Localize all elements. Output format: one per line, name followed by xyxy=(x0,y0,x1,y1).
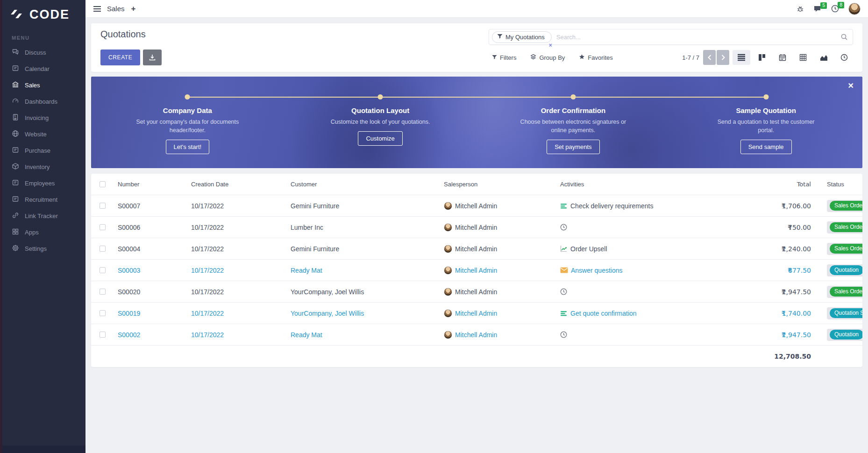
creation-date: 10/17/2022 xyxy=(187,202,286,210)
sidebar-item-label: Settings xyxy=(25,245,47,252)
customer-name: YourCompany, Joel Willis xyxy=(286,288,440,296)
pager-range: 1-7 / 7 xyxy=(682,54,699,61)
total-amount: ₹2,947.50 xyxy=(732,288,813,296)
activity-cell[interactable]: Check delivery requirements xyxy=(556,202,732,210)
customize-button[interactable]: Customize xyxy=(358,131,402,146)
group-by-button[interactable]: Group By xyxy=(530,54,565,61)
activity-label: Order Upsell xyxy=(570,245,607,253)
salesperson-name: Mitchell Admin xyxy=(455,245,497,253)
lets-start-button[interactable]: Let's start! xyxy=(166,140,210,154)
sidebar-item-sales[interactable]: Sales xyxy=(2,77,85,93)
activities-clock-icon[interactable]: 8 xyxy=(831,5,839,13)
activity-cell[interactable]: Get quote confirmation xyxy=(556,310,732,317)
employees-icon xyxy=(12,179,19,188)
graph-view-button[interactable] xyxy=(815,50,832,65)
row-checkbox[interactable] xyxy=(100,267,106,273)
table-row[interactable]: S00007 10/17/2022 Gemini Furniture Mitch… xyxy=(91,195,862,217)
list-view-button[interactable] xyxy=(733,50,750,65)
activity-cell[interactable]: Answer questions xyxy=(556,267,732,274)
messages-icon[interactable]: 5 xyxy=(813,5,822,13)
facet-remove-icon[interactable]: × xyxy=(549,42,552,49)
column-header-status[interactable]: Status xyxy=(813,181,862,188)
row-checkbox[interactable] xyxy=(100,224,106,230)
filters-button[interactable]: Filters xyxy=(492,54,516,61)
activity-view-button[interactable] xyxy=(835,50,853,65)
table-row[interactable]: S00006 10/17/2022 Lumber Inc Mitchell Ad… xyxy=(91,217,862,238)
sidebar-item-recruitment[interactable]: Recruitment xyxy=(2,191,85,208)
sidebar-item-inventory[interactable]: Inventory xyxy=(2,159,85,175)
user-avatar[interactable] xyxy=(848,3,861,15)
sidebar-item-link-tracker[interactable]: Link Tracker xyxy=(2,208,85,224)
activity-envelope-icon xyxy=(560,267,568,273)
column-header-number[interactable]: Number xyxy=(114,181,187,188)
activity-label: Answer questions xyxy=(571,267,623,274)
filters-funnel-icon xyxy=(492,54,497,61)
step-title: Quotation Layout xyxy=(351,106,409,114)
sidebar-item-purchase[interactable]: Purchase xyxy=(2,142,85,159)
sidebar-item-label: Invoicing xyxy=(25,114,49,121)
table-row[interactable]: S00003 10/17/2022 Ready Mat Mitchell Adm… xyxy=(91,260,862,281)
pager-next-button[interactable] xyxy=(717,50,729,65)
sidebar-item-website[interactable]: Website xyxy=(2,126,85,142)
row-checkbox[interactable] xyxy=(100,203,106,209)
hamburger-menu-icon[interactable] xyxy=(93,6,101,12)
row-checkbox[interactable] xyxy=(100,310,106,316)
column-header-creation-date[interactable]: Creation Date xyxy=(187,181,286,188)
onboarding-step-order-confirmation: Order Confirmation Choose between electr… xyxy=(477,77,670,168)
table-row[interactable]: S00002 10/17/2022 Ready Mat Mitchell Adm… xyxy=(91,324,862,346)
search-input[interactable]: Search... xyxy=(556,34,837,41)
column-header-total[interactable]: Total xyxy=(732,181,813,188)
column-header-customer[interactable]: Customer xyxy=(286,181,440,188)
send-sample-button[interactable]: Send sample xyxy=(740,140,792,154)
calendar-view-button[interactable] xyxy=(774,50,791,65)
new-tab-button[interactable]: + xyxy=(131,4,136,14)
quotation-number: S00020 xyxy=(114,288,187,296)
row-checkbox[interactable] xyxy=(100,289,106,295)
sidebar-item-dashboards[interactable]: Dashboards xyxy=(2,93,85,110)
set-payments-button[interactable]: Set payments xyxy=(547,140,600,154)
search-facet[interactable]: My Quotations × xyxy=(492,31,552,43)
table-row[interactable]: S00004 10/17/2022 Gemini Furniture Mitch… xyxy=(91,238,862,260)
step-dot xyxy=(570,94,576,99)
step-description: Set your company's data for documents he… xyxy=(133,118,242,134)
sidebar-item-discuss[interactable]: Discuss xyxy=(2,44,85,61)
quotation-number: S00004 xyxy=(114,245,187,253)
export-download-button[interactable] xyxy=(143,50,162,65)
create-button[interactable]: CREATE xyxy=(100,50,140,65)
sidebar-item-calendar[interactable]: Calendar xyxy=(2,61,85,77)
kanban-view-button[interactable] xyxy=(753,50,771,65)
sidebar-item-label: Inventory xyxy=(25,163,50,170)
step-description: Send a quotation to test the customer po… xyxy=(711,118,821,134)
app-name[interactable]: Sales xyxy=(107,5,125,13)
pager-previous-button[interactable] xyxy=(703,50,716,65)
debug-bug-icon[interactable] xyxy=(797,5,804,13)
purchase-icon xyxy=(12,146,19,155)
customer-name: Ready Mat xyxy=(286,331,440,339)
status-badge: Sales Order xyxy=(827,221,862,234)
table-row[interactable]: S00020 10/17/2022 YourCompany, Joel Will… xyxy=(91,281,862,303)
row-checkbox[interactable] xyxy=(100,332,106,338)
sidebar-item-employees[interactable]: Employees xyxy=(2,175,85,191)
column-header-activities[interactable]: Activities xyxy=(556,181,732,188)
activity-cell[interactable]: Order Upsell xyxy=(556,245,732,253)
sidebar-item-settings[interactable]: Settings xyxy=(2,241,85,257)
pivot-view-button[interactable] xyxy=(794,50,812,65)
sidebar-item-invoicing[interactable]: $ Invoicing xyxy=(2,110,85,126)
row-checkbox[interactable] xyxy=(100,246,106,252)
activity-cell[interactable] xyxy=(556,224,732,231)
select-all-checkbox[interactable] xyxy=(100,181,106,187)
search-bar[interactable]: My Quotations × Search... xyxy=(489,29,853,45)
table-row[interactable]: S00019 10/17/2022 YourCompany, Joel Will… xyxy=(91,303,862,324)
sales-icon xyxy=(12,81,19,90)
inventory-icon xyxy=(12,163,19,171)
quotation-number: S00002 xyxy=(114,331,187,339)
creation-date: 10/17/2022 xyxy=(187,224,286,231)
activity-cell[interactable] xyxy=(556,331,732,338)
sidebar-item-label: Dashboards xyxy=(25,98,57,105)
column-header-salesperson[interactable]: Salesperson xyxy=(440,181,556,188)
sidebar-item-apps[interactable]: Apps xyxy=(2,224,85,241)
onboarding-step-company-data: Company Data Set your company's data for… xyxy=(91,77,284,168)
favorites-button[interactable]: Favorites xyxy=(579,54,612,61)
search-icon[interactable] xyxy=(840,33,848,42)
activity-cell[interactable] xyxy=(556,288,732,295)
